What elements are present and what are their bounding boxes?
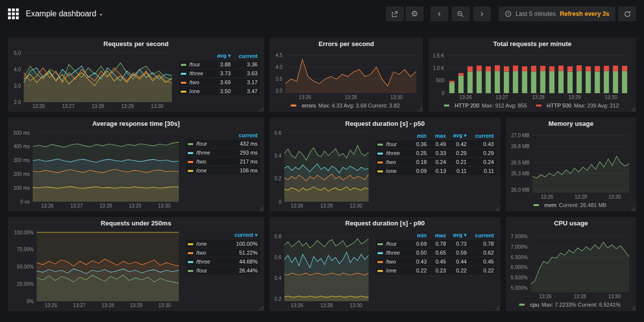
y-axis-label: 7.500%: [511, 234, 528, 239]
zoom-out-button[interactable]: [452, 6, 470, 21]
x-axis-label: 13:29: [568, 95, 581, 100]
panel-title[interactable]: CPU usage: [506, 217, 636, 229]
legend-series-row[interactable]: /three0.500.650.590.62: [376, 249, 496, 257]
legend-series-row[interactable]: /three44.68%: [186, 258, 260, 266]
series-color-marker: [377, 153, 383, 155]
x-axis-label: 13:26: [291, 303, 303, 308]
chart-canvas[interactable]: 05001.0 K1.5 K13:2613:2713:2813:2913:30: [429, 50, 633, 101]
legend-series-row[interactable]: /three3.733.63: [179, 69, 260, 77]
series-name: HTTP 500: [547, 103, 572, 108]
panel-title[interactable]: Memory usage: [506, 117, 636, 129]
y-axis-label: 0.4: [274, 153, 281, 159]
y-axis-label: 4.0: [275, 64, 282, 70]
panel-title[interactable]: Average response time [30s]: [8, 117, 264, 129]
dashboard-grid: Requests per second 2.03.04.05.013:2613:…: [0, 28, 644, 311]
time-picker[interactable]: Last 5 minutes Refresh every 3s: [499, 6, 615, 21]
chart-canvas[interactable]: 5.000%5.500%6.000%6.500%7.000%7.500%13:2…: [507, 229, 633, 300]
bar-segment: [513, 71, 518, 93]
settings-button[interactable]: ⚙: [406, 6, 424, 21]
legend-series-row[interactable]: /two3.693.17: [179, 78, 260, 86]
legend-series-row[interactable]: /four432 ms: [186, 140, 260, 148]
y-axis-label: 1.5 K: [433, 53, 445, 58]
bar-segment: [477, 65, 482, 71]
series-color-marker: [188, 143, 193, 145]
legend-series[interactable]: memCurrent: 26.481 MB: [534, 202, 606, 208]
chart-canvas[interactable]: 3.03.54.04.513:2613:2813:30: [270, 50, 420, 101]
panel-title[interactable]: Request duration [s] - p50: [269, 117, 500, 129]
chart-canvas[interactable]: 00.20.40.613:2613:2813:30: [270, 129, 373, 210]
legend-series-row[interactable]: /three293 ms: [186, 149, 260, 157]
legend: minmaxavg ▾current/four0.690.780.730.78/…: [373, 229, 497, 309]
panel-title[interactable]: Total requests per minute: [429, 38, 636, 50]
chart-canvas[interactable]: 0 ns100 ms200 ms300 ms400 ms500 ms13:261…: [9, 129, 183, 210]
y-axis-label: 0.6: [274, 255, 281, 260]
dashboard-row-2: Average response time [30s] 0 ns100 ms20…: [8, 117, 636, 212]
legend-column-header[interactable]: current: [233, 53, 260, 59]
chart-canvas[interactable]: 26.0 MB26.3 MB26.5 MB26.8 MB27.0 MB13:26…: [507, 129, 633, 201]
chart-canvas[interactable]: 0%25.00%50.00%75.00%100.00%13:2613:2713:…: [9, 229, 183, 309]
legend-series[interactable]: cpuMax: 7.2233% Current: 6.5241%: [519, 302, 620, 308]
share-button[interactable]: [386, 6, 404, 21]
legend-series[interactable]: errorsMax: 4.33 Avg: 3.68 Current: 3.82: [291, 103, 400, 108]
legend-series-row[interactable]: /four0.690.780.730.78: [376, 240, 496, 248]
legend-series-row[interactable]: /four0.360.490.420.43: [376, 140, 496, 148]
y-axis-label: 500: [436, 78, 444, 83]
time-forward-button[interactable]: ›: [473, 6, 491, 21]
legend-series-row[interactable]: /three0.250.330.290.29: [376, 149, 496, 157]
chevron-down-icon: ▾: [100, 11, 102, 17]
legend-column-header[interactable]: min: [410, 132, 429, 139]
legend-column-header[interactable]: avg ▾: [448, 232, 469, 239]
panel-title[interactable]: Requests under 250ms: [8, 217, 264, 229]
x-axis-label: 13:28: [102, 303, 114, 308]
legend-column-header[interactable]: max: [429, 132, 448, 139]
legend-column-header[interactable]: current: [469, 232, 496, 239]
legend-header-row: minmaxavg ▾current: [376, 132, 496, 139]
bar-segment: [449, 82, 455, 93]
chart-canvas[interactable]: 2.03.04.05.013:2613:2713:2813:2913:30: [9, 50, 176, 110]
legend-series-row[interactable]: /one100.00%: [186, 240, 260, 248]
legend-column-header[interactable]: avg ▾: [448, 132, 469, 139]
legend-series[interactable]: HTTP 500Max: 239 Avg: 212: [536, 103, 619, 108]
grafana-logo-icon[interactable]: [8, 8, 19, 19]
legend-series[interactable]: HTTP 200Max: 912 Avg: 855: [444, 103, 527, 108]
series-color-marker: [377, 243, 383, 245]
y-axis-label: 4.0: [14, 67, 21, 72]
x-axis-label: 13:26: [41, 203, 54, 209]
legend-series-row[interactable]: /two217 ms: [186, 158, 260, 165]
legend-series-row[interactable]: /four26.44%: [186, 267, 260, 274]
panel-title[interactable]: Request duration [s] - p90: [269, 217, 500, 229]
dashboard-title[interactable]: Example dashboard ▾: [26, 9, 102, 18]
legend-series-row[interactable]: /two0.430.450.440.45: [376, 258, 496, 266]
legend: errorsMax: 4.33 Avg: 3.68 Current: 3.82: [270, 101, 420, 110]
y-axis-label: 26.0 MB: [511, 187, 530, 193]
y-axis-label: 5.0: [14, 51, 21, 56]
legend-column-header[interactable]: current: [469, 132, 496, 139]
x-axis-label: 13:30: [350, 303, 362, 308]
panel-total-requests-per-minute: Total requests per minute 05001.0 K1.5 K…: [429, 38, 636, 112]
x-axis-label: 13:27: [496, 95, 508, 100]
y-axis-label: 6.500%: [511, 255, 528, 260]
panel-title[interactable]: Errors per second: [269, 38, 423, 50]
legend-column-header[interactable]: min: [410, 232, 429, 239]
x-axis-label: 13:27: [70, 203, 83, 209]
legend-series-row[interactable]: /two51.22%: [186, 249, 260, 257]
legend-column-header[interactable]: current ▾: [223, 232, 260, 239]
legend-series-row[interactable]: /one3.503.47: [179, 87, 260, 95]
legend-series-row[interactable]: /two0.180.240.210.24: [376, 158, 496, 166]
bar-segment: [622, 71, 628, 93]
legend-series-row[interactable]: /one0.090.130.110.11: [376, 167, 496, 175]
bar-segment: [613, 65, 618, 71]
y-axis-label: 0.8: [274, 234, 281, 239]
panel-title[interactable]: Requests per second: [8, 38, 264, 50]
y-axis-label: 75.00%: [17, 247, 34, 252]
chart-canvas[interactable]: 0.20.40.60.813:2613:2813:30: [270, 229, 373, 309]
legend-column-header[interactable]: current: [226, 132, 260, 139]
legend-column-header[interactable]: max: [429, 232, 448, 239]
legend-series-row[interactable]: /four3.883.36: [179, 60, 260, 68]
refresh-button[interactable]: [618, 6, 636, 21]
legend-series-row[interactable]: /one0.220.230.220.22: [376, 267, 496, 274]
x-axis-label: 13:26: [32, 104, 45, 109]
time-back-button[interactable]: ‹: [430, 6, 448, 21]
legend-series-row[interactable]: /one106 ms: [186, 166, 260, 174]
legend-column-header[interactable]: avg ▾: [213, 53, 233, 59]
